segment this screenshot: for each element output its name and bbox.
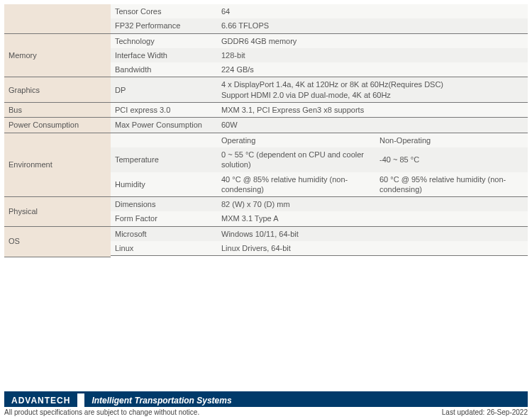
spec-value: 64 bbox=[217, 4, 528, 18]
category-cell: Power Consumption bbox=[4, 118, 111, 133]
spec-label: Linux bbox=[111, 241, 217, 256]
spec-label: Humidity bbox=[111, 172, 217, 197]
spec-label: Dimensions bbox=[111, 197, 217, 212]
spec-value: MXM 3.1, PCI Express Gen3 x8 supports bbox=[217, 103, 528, 118]
spec-value: Windows 10/11, 64-bit bbox=[217, 226, 528, 241]
column-header: Non-Operating bbox=[375, 133, 528, 147]
table-row: Memory Technology GDDR6 4GB memory bbox=[4, 33, 528, 48]
table-row: Graphics DP 4 x DisplayPort 1.4a, 4K at … bbox=[4, 77, 528, 103]
footer-info: All product specifications are subject t… bbox=[4, 407, 528, 416]
category-cell: Memory bbox=[4, 33, 111, 77]
category-cell: Bus bbox=[4, 103, 111, 118]
category-cell: Graphics bbox=[4, 77, 111, 103]
spec-label: Technology bbox=[111, 33, 217, 48]
spec-label: Tensor Cores bbox=[111, 4, 217, 18]
spec-value: 60W bbox=[217, 118, 528, 133]
table-row: Tensor Cores 64 bbox=[4, 4, 528, 18]
table-row: Bus PCI express 3.0 MXM 3.1, PCI Express… bbox=[4, 103, 528, 118]
category-cell: OS bbox=[4, 226, 111, 256]
spec-value: Linux Drivers, 64-bit bbox=[217, 241, 528, 256]
spec-label: DP bbox=[111, 77, 217, 103]
table-row: OS Microsoft Windows 10/11, 64-bit bbox=[4, 226, 528, 241]
category-cell: Physical bbox=[4, 197, 111, 227]
footer-notice: All product specifications are subject t… bbox=[4, 408, 199, 416]
footer-updated: Last updated: 26-Sep-2022 bbox=[442, 408, 528, 416]
table-row: Power Consumption Max Power Consumption … bbox=[4, 118, 528, 133]
column-header: Operating bbox=[217, 133, 375, 147]
spec-table: Tensor Cores 64 FP32 Performance 6.66 TF… bbox=[4, 4, 528, 257]
spec-label: Temperature bbox=[111, 147, 217, 172]
spec-value: 128-bit bbox=[217, 48, 528, 62]
category-cell: Environment bbox=[4, 133, 111, 196]
page-footer: ADVANTECH Intelligent Transportation Sys… bbox=[0, 391, 532, 419]
spec-value: GDDR6 4GB memory bbox=[217, 33, 528, 48]
spec-value: 40 °C @ 85% relative humidity (non-conde… bbox=[217, 172, 375, 197]
spec-value: 4 x DisplayPort 1.4a, 4K at 120Hz or 8K … bbox=[217, 77, 528, 103]
brand-logo: ADVANTECH bbox=[4, 393, 77, 407]
spec-value: 6.66 TFLOPS bbox=[217, 18, 528, 33]
footer-bar: ADVANTECH Intelligent Transportation Sys… bbox=[4, 391, 528, 407]
spec-table-container: Tensor Cores 64 FP32 Performance 6.66 TF… bbox=[0, 0, 532, 257]
spec-label: Microsoft bbox=[111, 226, 217, 241]
footer-title: Intelligent Transportation Systems bbox=[84, 393, 528, 407]
spec-value: 60 °C @ 95% relative humidity (non-conde… bbox=[375, 172, 528, 197]
spec-label: PCI express 3.0 bbox=[111, 103, 217, 118]
spec-value: 0 ~ 55 °C (dependent on CPU and cooler s… bbox=[217, 147, 375, 172]
table-row: Environment Operating Non-Operating bbox=[4, 133, 528, 147]
spec-value: 224 GB/s bbox=[217, 62, 528, 77]
spec-value: MXM 3.1 Type A bbox=[217, 211, 528, 226]
spec-label: Max Power Consumption bbox=[111, 118, 217, 133]
spec-label: Bandwidth bbox=[111, 62, 217, 77]
spec-label: Form Factor bbox=[111, 211, 217, 226]
spec-label: Interface Width bbox=[111, 48, 217, 62]
table-row: Physical Dimensions 82 (W) x 70 (D) mm bbox=[4, 197, 528, 212]
spec-value: 82 (W) x 70 (D) mm bbox=[217, 197, 528, 212]
spec-label: FP32 Performance bbox=[111, 18, 217, 33]
spec-value: -40 ~ 85 °C bbox=[375, 147, 528, 172]
